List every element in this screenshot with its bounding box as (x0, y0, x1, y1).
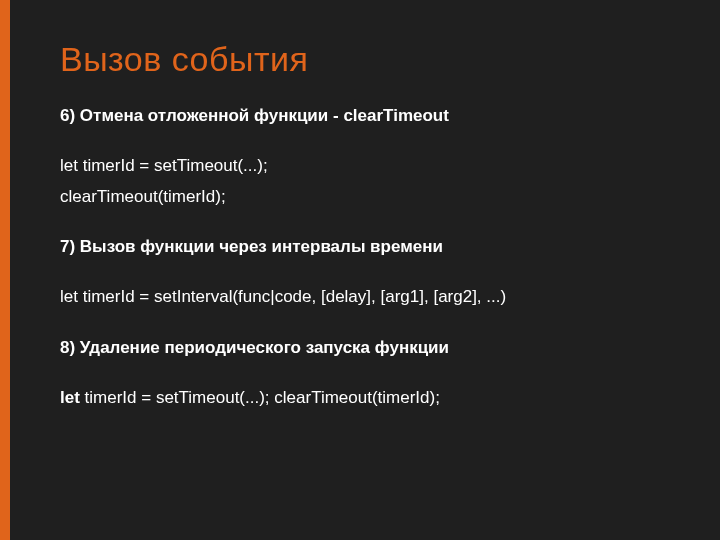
section-8-heading: 8) Удаление периодического запуска функц… (60, 335, 670, 361)
section-6-code-line-1: let timerId = setTimeout(...); (60, 153, 670, 179)
section-7-heading: 7) Вызов функции через интервалы времени (60, 234, 670, 260)
slide-title: Вызов события (60, 40, 670, 79)
slide: Вызов события 6) Отмена отложенной функц… (0, 0, 720, 540)
spacer (60, 214, 670, 234)
spacer (60, 133, 670, 153)
slide-content: 6) Отмена отложенной функции - clearTime… (60, 103, 670, 411)
section-6-heading: 6) Отмена отложенной функции - clearTime… (60, 103, 670, 129)
let-keyword: let (60, 388, 80, 407)
section-8-rest: timerId = setTimeout(...); clearTimeout(… (80, 388, 440, 407)
section-7-code-line-1: let timerId = setInterval(func|code, [de… (60, 284, 670, 310)
section-6-code-line-2: clearTimeout(timerId); (60, 184, 670, 210)
accent-bar (0, 0, 10, 540)
spacer (60, 264, 670, 284)
section-8-code-line-1: let timerId = setTimeout(...); clearTime… (60, 385, 670, 411)
spacer (60, 315, 670, 335)
spacer (60, 365, 670, 385)
